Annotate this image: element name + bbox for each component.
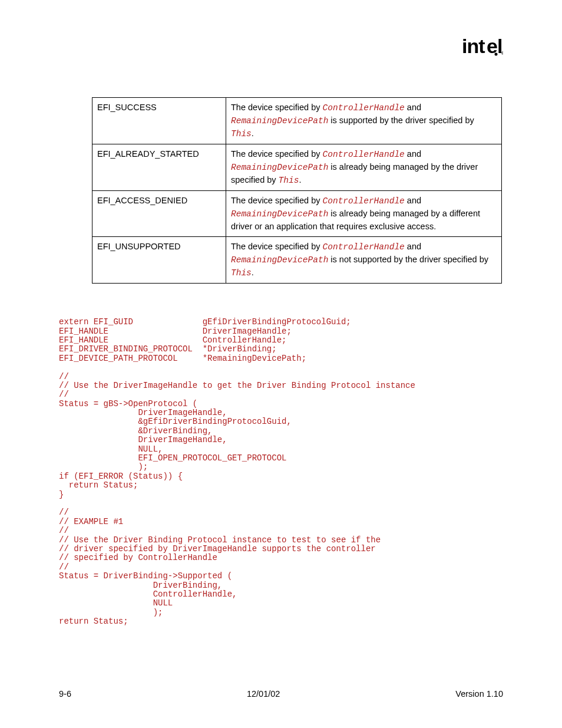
code-term: RemainingDevicePath (231, 163, 328, 172)
svg-text:®: ® (501, 51, 503, 55)
status-codes-table: EFI_SUCCESSThe device specified by Contr… (92, 97, 502, 284)
svg-text:int: int (462, 35, 485, 57)
table-row: EFI_ALREADY_STARTEDThe device specified … (92, 144, 502, 191)
code-term: RemainingDevicePath (231, 116, 328, 126)
code-term: This (231, 268, 252, 278)
code-example: extern EFI_GUID gEfiDriverBindingProtoco… (59, 318, 503, 626)
status-code-name: EFI_ALREADY_STARTED (92, 144, 226, 191)
code-term: ControllerHandle (323, 150, 405, 159)
status-code-description: The device specified by ControllerHandle… (226, 144, 502, 191)
footer-version: Version 1.10 (455, 689, 503, 699)
code-term: RemainingDevicePath (231, 255, 328, 265)
table-row: EFI_ACCESS_DENIEDThe device specified by… (92, 191, 502, 237)
page-content: int e l ® EFI_SUCCESSThe device specifie… (0, 0, 562, 728)
code-term: RemainingDevicePath (231, 209, 328, 219)
page-footer: 9-6 12/01/02 Version 1.10 (59, 689, 503, 699)
table-row: EFI_UNSUPPORTEDThe device specified by C… (92, 237, 502, 284)
status-code-description: The device specified by ControllerHandle… (226, 98, 502, 144)
intel-logo: int e l ® (462, 35, 503, 64)
status-code-name: EFI_ACCESS_DENIED (92, 191, 226, 237)
footer-date: 12/01/02 (247, 689, 280, 699)
table-body: EFI_SUCCESSThe device specified by Contr… (92, 98, 502, 284)
code-term: This (279, 176, 299, 185)
status-code-name: EFI_SUCCESS (92, 98, 226, 144)
status-code-description: The device specified by ControllerHandle… (226, 237, 502, 284)
code-term: This (231, 129, 252, 139)
footer-page-number: 9-6 (59, 689, 71, 699)
code-term: ControllerHandle (323, 242, 405, 252)
table-row: EFI_SUCCESSThe device specified by Contr… (92, 98, 502, 144)
status-code-description: The device specified by ControllerHandle… (226, 191, 502, 237)
svg-point-3 (495, 53, 498, 56)
status-code-name: EFI_UNSUPPORTED (92, 237, 226, 284)
code-term: ControllerHandle (323, 103, 405, 113)
code-term: ControllerHandle (323, 196, 405, 206)
